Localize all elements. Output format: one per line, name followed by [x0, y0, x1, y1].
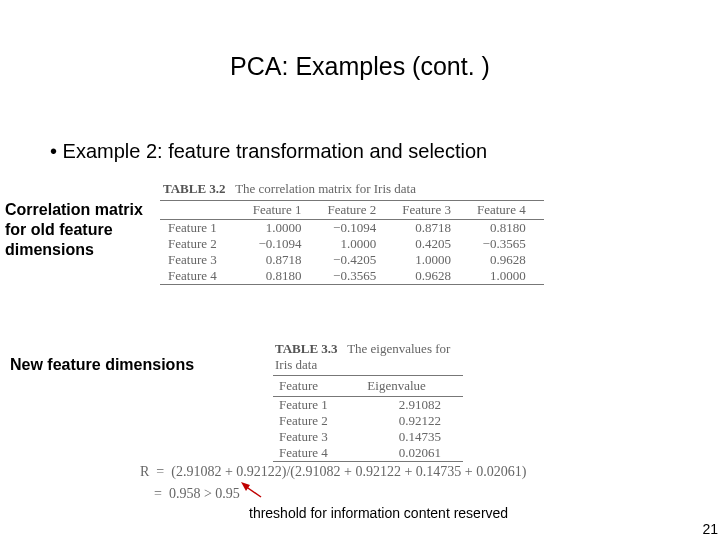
table32-caption: TABLE 3.2 The correlation matrix for Iri…: [163, 181, 544, 197]
t32-r1-h: Feature 2: [160, 236, 245, 252]
t32-r2-c2: 1.0000: [394, 252, 469, 268]
t33-r3-v: 0.02061: [361, 445, 463, 462]
equation-line2: = 0.958 > 0.95: [140, 486, 240, 501]
equation-r: R = (2.91082 + 0.92122)/(2.91082 + 0.921…: [140, 461, 526, 504]
threshold-caption: threshold for information content reserv…: [249, 505, 508, 521]
label-new-feature-dims: New feature dimensions: [10, 356, 194, 374]
page-number: 21: [702, 521, 718, 537]
t32-r1-c3: −0.3565: [469, 236, 544, 252]
slide-title: PCA: Examples (cont. ): [0, 52, 720, 81]
table-row: Feature 4 0.02061: [273, 445, 463, 462]
label-correlation-matrix: Correlation matrix for old feature dimen…: [5, 200, 143, 260]
table-correlation: TABLE 3.2 The correlation matrix for Iri…: [160, 181, 544, 285]
label-corr-line2: for old feature: [5, 221, 113, 238]
table-row: Feature 1 2.91082: [273, 397, 463, 414]
table-row: Feature 2 −0.1094 1.0000 0.4205 −0.3565: [160, 236, 544, 252]
t32-r0-c2: 0.8718: [394, 220, 469, 237]
t33-r2-h: Feature 3: [273, 429, 361, 445]
table-row: Feature 4 0.8180 −0.3565 0.9628 1.0000: [160, 268, 544, 285]
t32-r2-h: Feature 3: [160, 252, 245, 268]
table-row: Feature 3 0.14735: [273, 429, 463, 445]
table32-grid: Feature 1 Feature 2 Feature 3 Feature 4 …: [160, 200, 544, 285]
table32-caption-bold: TABLE 3.2: [163, 181, 226, 196]
table32-h4: Feature 4: [469, 201, 544, 220]
t32-r0-c1: −0.1094: [319, 220, 394, 237]
table-row: Feature 3 0.8718 −0.4205 1.0000 0.9628: [160, 252, 544, 268]
t32-r3-c3: 1.0000: [469, 268, 544, 285]
t32-r2-c0: 0.8718: [245, 252, 320, 268]
t33-r1-h: Feature 2: [273, 413, 361, 429]
table-row: Feature 2 0.92122: [273, 413, 463, 429]
table33-grid: Feature Eigenvalue Feature 1 2.91082 Fea…: [273, 375, 463, 462]
t33-r3-h: Feature 4: [273, 445, 361, 462]
t32-r3-h: Feature 4: [160, 268, 245, 285]
t33-r1-v: 0.92122: [361, 413, 463, 429]
table32-h1: Feature 1: [245, 201, 320, 220]
label-corr-line3: dimensions: [5, 241, 94, 258]
t32-r3-c0: 0.8180: [245, 268, 320, 285]
t33-r0-h: Feature 1: [273, 397, 361, 414]
equation-line1: R = (2.91082 + 0.92122)/(2.91082 + 0.921…: [140, 464, 526, 479]
t32-r0-c0: 1.0000: [245, 220, 320, 237]
t32-r1-c2: 0.4205: [394, 236, 469, 252]
t32-r3-c1: −0.3565: [319, 268, 394, 285]
t32-r1-c0: −0.1094: [245, 236, 320, 252]
table32-header-row: Feature 1 Feature 2 Feature 3 Feature 4: [160, 201, 544, 220]
t32-r3-c2: 0.9628: [394, 268, 469, 285]
table-row: Feature 1 1.0000 −0.1094 0.8718 0.8180: [160, 220, 544, 237]
t33-h1: Eigenvalue: [361, 376, 463, 397]
table33-caption-bold: TABLE 3.3: [275, 341, 338, 356]
table33-caption: TABLE 3.3 The eigenvalues for Iris data: [275, 341, 463, 372]
bullet-example2: • Example 2: feature transformation and …: [50, 140, 487, 163]
t32-r1-c1: 1.0000: [319, 236, 394, 252]
table-eigenvalues: TABLE 3.3 The eigenvalues for Iris data …: [273, 341, 463, 462]
t33-h0: Feature: [273, 376, 361, 397]
svg-marker-1: [241, 482, 250, 491]
t32-r0-c3: 0.8180: [469, 220, 544, 237]
t33-r2-v: 0.14735: [361, 429, 463, 445]
table32-caption-text: The correlation matrix for Iris data: [235, 181, 416, 196]
slide: PCA: Examples (cont. ) • Example 2: feat…: [0, 0, 720, 540]
arrow-icon: [241, 482, 263, 498]
t33-r0-v: 2.91082: [361, 397, 463, 414]
t32-r2-c1: −0.4205: [319, 252, 394, 268]
table32-h0: [160, 201, 245, 220]
table33-header-row: Feature Eigenvalue: [273, 376, 463, 397]
t32-r2-c3: 0.9628: [469, 252, 544, 268]
table32-h3: Feature 3: [394, 201, 469, 220]
label-corr-line1: Correlation matrix: [5, 201, 143, 218]
t32-r0-h: Feature 1: [160, 220, 245, 237]
table32-h2: Feature 2: [319, 201, 394, 220]
